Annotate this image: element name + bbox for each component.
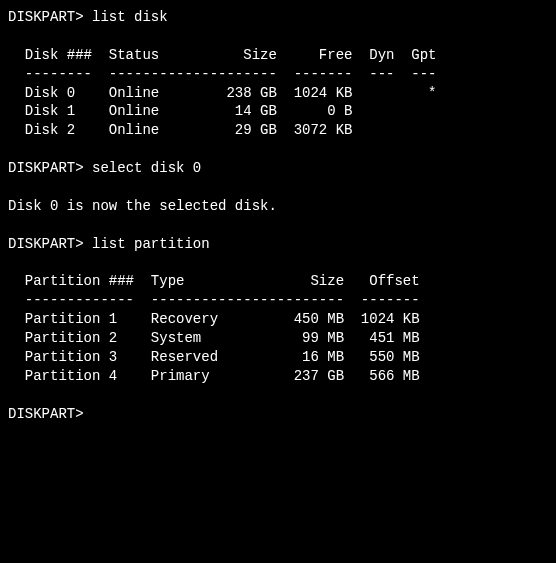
prompt: DISKPART> [8, 160, 84, 176]
blank-line [8, 27, 548, 46]
prompt: DISKPART> [8, 236, 84, 252]
blank-line [8, 140, 548, 159]
command-prompt-ready[interactable]: DISKPART> [8, 405, 548, 424]
prompt: DISKPART> [8, 406, 84, 422]
partition-table-row: Partition 3 Reserved 16 MB 550 MB [8, 348, 548, 367]
prompt: DISKPART> [8, 9, 84, 25]
response-text: Disk 0 is now the selected disk. [8, 197, 548, 216]
disk-table-row: Disk 0 Online 238 GB 1024 KB * [8, 84, 548, 103]
disk-table-divider: -------- -------------------- ------- --… [8, 65, 548, 84]
partition-table-header: Partition ### Type Size Offset [8, 272, 548, 291]
blank-line [8, 216, 548, 235]
disk-table-row: Disk 2 Online 29 GB 3072 KB [8, 121, 548, 140]
blank-line [8, 254, 548, 273]
partition-table-divider: ------------- ----------------------- --… [8, 291, 548, 310]
command-text: list partition [92, 236, 210, 252]
terminal-output: DISKPART> list disk Disk ### Status Size… [8, 8, 548, 424]
blank-line [8, 178, 548, 197]
command-text: select disk 0 [92, 160, 201, 176]
partition-table-row: Partition 1 Recovery 450 MB 1024 KB [8, 310, 548, 329]
command-text: list disk [92, 9, 168, 25]
command-line: DISKPART> list disk [8, 8, 548, 27]
command-line: DISKPART> select disk 0 [8, 159, 548, 178]
disk-table-row: Disk 1 Online 14 GB 0 B [8, 102, 548, 121]
command-line: DISKPART> list partition [8, 235, 548, 254]
disk-table-header: Disk ### Status Size Free Dyn Gpt [8, 46, 548, 65]
partition-table-row: Partition 4 Primary 237 GB 566 MB [8, 367, 548, 386]
partition-table-row: Partition 2 System 99 MB 451 MB [8, 329, 548, 348]
blank-line [8, 386, 548, 405]
